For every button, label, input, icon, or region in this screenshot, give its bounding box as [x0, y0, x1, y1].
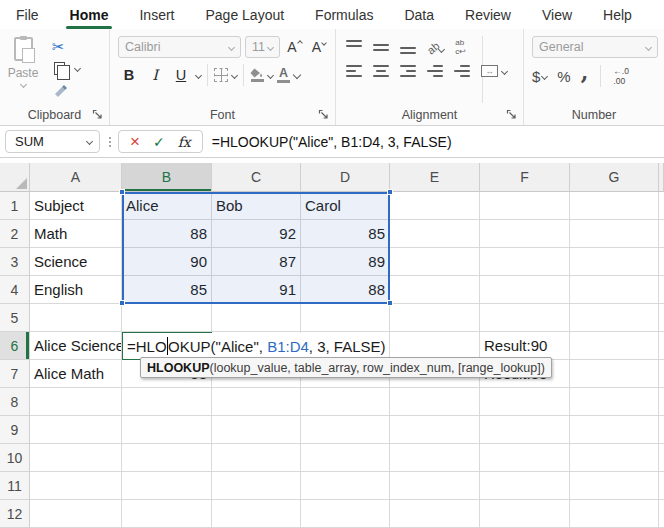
tab-insert[interactable]: Insert: [137, 3, 176, 27]
row-header-6[interactable]: 6: [0, 332, 30, 360]
cell-B3[interactable]: 90: [122, 248, 212, 276]
cell-E12[interactable]: [390, 500, 480, 528]
cell-A9[interactable]: [30, 416, 122, 444]
cell-G7[interactable]: [570, 360, 659, 388]
cell-F1[interactable]: [480, 192, 570, 220]
cell-B4[interactable]: 85: [122, 276, 212, 304]
selection-handle[interactable]: [119, 300, 125, 306]
orientation-button[interactable]: ab: [427, 38, 444, 56]
decrease-indent-button[interactable]: [427, 64, 443, 78]
selection-handle[interactable]: [387, 189, 393, 195]
align-middle-button[interactable]: [373, 40, 389, 54]
currency-button[interactable]: $: [532, 68, 547, 85]
cell-F2[interactable]: [480, 220, 570, 248]
row-header-2[interactable]: 2: [0, 220, 30, 248]
row-header-7[interactable]: 7: [0, 360, 30, 388]
cell-A3[interactable]: Science: [30, 248, 122, 276]
col-header-B[interactable]: B: [122, 163, 212, 192]
cell-G5[interactable]: [570, 304, 659, 332]
cell-edit-formula[interactable]: =HLOOKUP("Alice", B1:D4, 3, FALSE): [123, 333, 389, 359]
tab-file[interactable]: File: [14, 3, 41, 27]
cell-D11[interactable]: [301, 472, 390, 500]
cell-D8[interactable]: [301, 388, 390, 416]
cell-F4[interactable]: [480, 276, 570, 304]
cell-B10[interactable]: [122, 444, 212, 472]
cell-A4[interactable]: English: [30, 276, 122, 304]
col-header-E[interactable]: E: [390, 163, 480, 192]
shrink-font-button[interactable]: A: [309, 39, 329, 55]
cell-G3[interactable]: [570, 248, 659, 276]
decimal-buttons[interactable]: ←.0.00: [613, 66, 639, 86]
borders-button[interactable]: [214, 68, 228, 82]
cell-B9[interactable]: [122, 416, 212, 444]
cell-C5[interactable]: [212, 304, 301, 332]
row-header-11[interactable]: 11: [0, 472, 30, 500]
number-format-select[interactable]: General: [532, 36, 658, 58]
cell-A6[interactable]: Alice Science: [30, 332, 122, 360]
cell-E8[interactable]: [390, 388, 480, 416]
cell-F5[interactable]: [480, 304, 570, 332]
format-painter-button[interactable]: [52, 81, 80, 101]
cell-B5[interactable]: [122, 304, 212, 332]
cell-E3[interactable]: [390, 248, 480, 276]
row-header-10[interactable]: 10: [0, 444, 30, 472]
font-size-select[interactable]: 11: [245, 36, 280, 58]
cell-B11[interactable]: [122, 472, 212, 500]
cell-B2[interactable]: 88: [122, 220, 212, 248]
cut-button[interactable]: ✂: [52, 36, 80, 56]
merge-center-button[interactable]: ↔: [481, 65, 507, 77]
font-dialog-launcher[interactable]: [318, 109, 330, 121]
align-center-button[interactable]: [373, 64, 389, 78]
paste-button[interactable]: Paste: [0, 34, 46, 105]
cell-F6[interactable]: Result:90: [480, 332, 570, 360]
cell-D5[interactable]: [301, 304, 390, 332]
cell-C3[interactable]: 87: [212, 248, 301, 276]
font-color-button[interactable]: A: [277, 67, 290, 84]
cell-G6[interactable]: [570, 332, 659, 360]
cell-A11[interactable]: [30, 472, 122, 500]
row-header-5[interactable]: 5: [0, 304, 30, 332]
fill-color-button[interactable]: [250, 68, 264, 82]
row-header-9[interactable]: 9: [0, 416, 30, 444]
cell-E9[interactable]: [390, 416, 480, 444]
cell-A12[interactable]: [30, 500, 122, 528]
increase-indent-button[interactable]: [454, 64, 470, 78]
comma-style-button[interactable]: ,: [581, 67, 589, 77]
cell-E10[interactable]: [390, 444, 480, 472]
col-header-C[interactable]: C: [212, 163, 301, 192]
cell-F10[interactable]: [480, 444, 570, 472]
cell-C2[interactable]: 92: [212, 220, 301, 248]
cell-D12[interactable]: [301, 500, 390, 528]
align-bottom-button[interactable]: [400, 40, 416, 54]
row-header-12[interactable]: 12: [0, 500, 30, 528]
selection-handle[interactable]: [387, 300, 393, 306]
cell-C9[interactable]: [212, 416, 301, 444]
align-left-button[interactable]: [346, 64, 362, 78]
cell-C1[interactable]: Bob: [212, 192, 301, 220]
cell-G12[interactable]: [570, 500, 659, 528]
tab-help[interactable]: Help: [601, 3, 634, 27]
formula-bar-splitter[interactable]: [109, 137, 111, 147]
tab-data[interactable]: Data: [402, 3, 436, 27]
cell-C4[interactable]: 91: [212, 276, 301, 304]
bold-button[interactable]: B: [118, 65, 140, 85]
cell-A7[interactable]: Alice Math: [30, 360, 122, 388]
tab-page-layout[interactable]: Page Layout: [203, 3, 286, 27]
cell-A2[interactable]: Math: [30, 220, 122, 248]
cell-D1[interactable]: Carol: [301, 192, 390, 220]
tab-formulas[interactable]: Formulas: [313, 3, 375, 27]
formula-input[interactable]: =HLOOKUP("Alice", B1:D4, 3, FALSE): [212, 134, 664, 150]
cell-E1[interactable]: [390, 192, 480, 220]
col-header-D[interactable]: D: [301, 163, 390, 192]
cell-G11[interactable]: [570, 472, 659, 500]
col-header-A[interactable]: A: [30, 163, 122, 192]
font-name-select[interactable]: Calibri: [118, 36, 241, 58]
cell-G8[interactable]: [570, 388, 659, 416]
cell-G2[interactable]: [570, 220, 659, 248]
cell-A1[interactable]: Subject: [30, 192, 122, 220]
cell-C8[interactable]: [212, 388, 301, 416]
selection-handle[interactable]: [119, 189, 125, 195]
tab-view[interactable]: View: [540, 3, 574, 27]
tab-review[interactable]: Review: [463, 3, 513, 27]
cell-G10[interactable]: [570, 444, 659, 472]
